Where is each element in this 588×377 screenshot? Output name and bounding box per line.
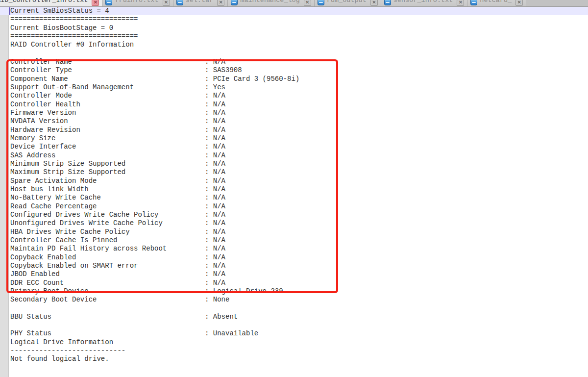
- text-line[interactable]: Controller Cache Is Pinned: N/A: [0, 236, 588, 245]
- text-line[interactable]: [0, 50, 588, 58]
- kv-value: : N/A: [205, 262, 225, 270]
- text-line[interactable]: HBA Drives Write Cache Policy: N/A: [0, 228, 588, 236]
- text-line[interactable]: DDR ECC Count: N/A: [0, 279, 588, 287]
- file-icon: [176, 0, 183, 5]
- kv-label: Host bus link Width: [10, 185, 205, 194]
- text-line[interactable]: Current SmBiosStatus = 4: [0, 7, 588, 15]
- kv-label: Configured Drives Write Cache Policy: [10, 211, 205, 219]
- tab-maintenance-log[interactable]: maintenance_log✕: [227, 0, 314, 6]
- kv-value: : N/A: [205, 92, 225, 100]
- text-line[interactable]: SAS Address: N/A: [0, 151, 588, 160]
- text-line[interactable]: Component Name: PCIe Card 3 (9560-8i): [0, 75, 588, 83]
- text-line[interactable]: Device Interface: N/A: [0, 143, 588, 151]
- tab-label: maintenance_log: [240, 0, 300, 4]
- text-line[interactable]: NVDATA Version: N/A: [0, 117, 588, 126]
- kv-label: Firmware Version: [10, 109, 205, 117]
- kv-value: : N/A: [205, 253, 225, 262]
- kv-value: : Logical Drive 239: [205, 287, 283, 296]
- text-line[interactable]: Copyback Enabled: N/A: [0, 253, 588, 262]
- text-line[interactable]: Controller Health: N/A: [0, 101, 588, 109]
- kv-value: : N/A: [205, 126, 225, 134]
- kv-value: : N/A: [205, 228, 225, 236]
- text-line[interactable]: Copyback Enabled on SMART error: N/A: [0, 262, 588, 270]
- text-line[interactable]: Memory Size: N/A: [0, 134, 588, 143]
- kv-label: Minimum Strip Size Supported: [10, 160, 205, 168]
- text-line[interactable]: JBOD Enabled: N/A: [0, 270, 588, 278]
- text-line[interactable]: Minimum Strip Size Supported: N/A: [0, 160, 588, 168]
- text-line[interactable]: BBU Status: Absent: [0, 313, 588, 321]
- file-icon: [318, 0, 324, 5]
- close-icon[interactable]: ✕: [304, 0, 311, 6]
- line-text: RAID Controller #0 Information: [10, 41, 134, 49]
- kv-label: NVDATA Version: [10, 117, 205, 126]
- tab-label: netcard_: [480, 0, 512, 4]
- kv-value: : N/A: [205, 270, 225, 278]
- text-line[interactable]: ----------------------------: [0, 347, 588, 355]
- file-icon: [384, 0, 391, 5]
- text-line[interactable]: Current BiosBootStage = 0: [0, 24, 588, 32]
- tab-sensor-info-txt[interactable]: sensor_info.txt✕: [381, 0, 467, 6]
- close-icon[interactable]: ✕: [163, 0, 170, 6]
- kv-label: HBA Drives Write Cache Policy: [10, 228, 205, 236]
- text-line[interactable]: Read Cache Percentage: N/A: [0, 202, 588, 211]
- text-line[interactable]: RAID Controller #0 Information: [0, 41, 588, 49]
- kv-label: Copyback Enabled on SMART error: [10, 262, 205, 270]
- kv-label: Controller Mode: [10, 92, 205, 100]
- kv-value: : N/A: [205, 109, 225, 117]
- kv-label: Spare Activation Mode: [10, 177, 205, 185]
- text-line[interactable]: Firmware Version: N/A: [0, 109, 588, 117]
- close-icon[interactable]: ✕: [217, 0, 224, 6]
- close-icon[interactable]: ✕: [515, 0, 523, 6]
- text-line[interactable]: Maximum Strip Size Supported: N/A: [0, 168, 588, 176]
- kv-label: No-Battery Write Cache: [10, 194, 205, 202]
- text-line[interactable]: ===============================: [0, 32, 588, 41]
- close-icon[interactable]: ✕: [370, 0, 378, 6]
- kv-value: : N/A: [205, 58, 225, 66]
- kv-value: : None: [205, 296, 229, 304]
- kv-label: Secondary Boot Device: [10, 296, 205, 304]
- editor[interactable]: Current SmBiosStatus = 4================…: [0, 7, 588, 377]
- tab-netcard[interactable]: netcard_✕: [467, 0, 526, 6]
- file-icon: [105, 0, 112, 5]
- text-line[interactable]: Support Out-of-Band Management: Yes: [0, 83, 588, 92]
- tab-bar: RAID_Controller_Info.txt✕fruinfo.txt✕sel…: [0, 0, 588, 7]
- text-line[interactable]: No-Battery Write Cache: N/A: [0, 194, 588, 202]
- text-caret: [9, 7, 10, 15]
- close-icon[interactable]: ✕: [92, 0, 99, 6]
- text-line[interactable]: Host bus link Width: N/A: [0, 185, 588, 194]
- text-line[interactable]: ===============================: [0, 15, 588, 24]
- text-line[interactable]: Controller Name: N/A: [0, 58, 588, 66]
- text-line[interactable]: [0, 304, 588, 312]
- tab-sel-tar[interactable]: sel.tar✕: [173, 0, 228, 6]
- text-line[interactable]: Primary Boot Device: Logical Drive 239: [0, 287, 588, 296]
- kv-value: : N/A: [205, 160, 225, 168]
- kv-label: Controller Type: [10, 66, 205, 75]
- text-line[interactable]: Maintain PD Fail History across Reboot: …: [0, 245, 588, 253]
- tab-label: sensor_info.txt: [393, 0, 453, 4]
- text-line[interactable]: PHY Status: Unavailable: [0, 329, 588, 338]
- tab-fruinfo-txt[interactable]: fruinfo.txt✕: [102, 0, 172, 6]
- tab-label: fruinfo.txt: [115, 0, 158, 4]
- kv-label: Support Out-of-Band Management: [10, 83, 205, 92]
- line-text: ----------------------------: [10, 347, 125, 355]
- text-line[interactable]: Configured Drives Write Cache Policy: N/…: [0, 211, 588, 219]
- tab-rdm-output[interactable]: rdm_output✕: [314, 0, 381, 6]
- kv-label: Maximum Strip Size Supported: [10, 168, 205, 176]
- text-line[interactable]: Spare Activation Mode: N/A: [0, 177, 588, 185]
- text-line[interactable]: Secondary Boot Device: None: [0, 296, 588, 304]
- kv-value: : SAS3908: [205, 66, 242, 75]
- text-line[interactable]: Hardware Revision: N/A: [0, 126, 588, 134]
- text-line[interactable]: Unonfigured Drives Write Cache Policy: N…: [0, 219, 588, 227]
- kv-value: : N/A: [205, 117, 225, 126]
- text-line[interactable]: Controller Mode: N/A: [0, 92, 588, 100]
- text-line[interactable]: Logical Drive Information: [0, 338, 588, 347]
- text-line[interactable]: [0, 321, 588, 329]
- kv-label: Component Name: [10, 75, 205, 83]
- tab-raid-controller-info-txt[interactable]: RAID_Controller_Info.txt✕: [0, 0, 102, 6]
- text-line[interactable]: Not found logical drive.: [0, 355, 588, 363]
- kv-label: DDR ECC Count: [10, 279, 205, 287]
- kv-label: Controller Health: [10, 101, 205, 109]
- text-line[interactable]: Controller Type: SAS3908: [0, 66, 588, 75]
- kv-value: : N/A: [205, 279, 225, 287]
- close-icon[interactable]: ✕: [457, 0, 464, 6]
